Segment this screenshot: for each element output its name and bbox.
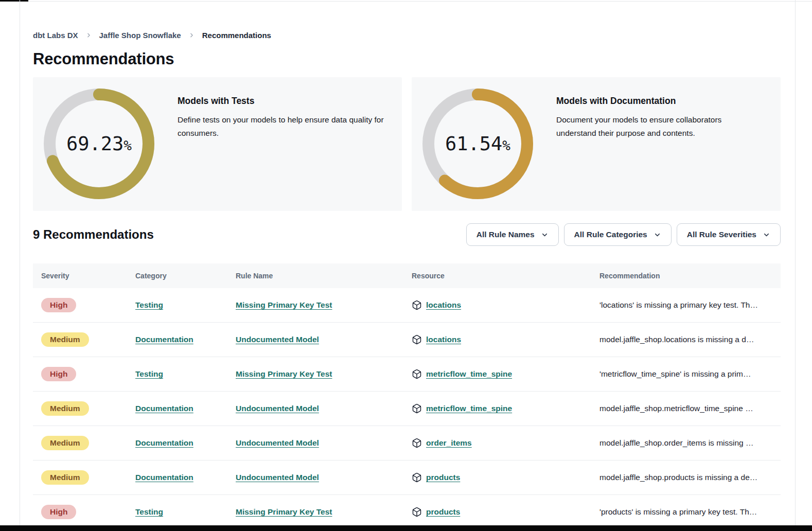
filter-all-rule-categories[interactable]: All Rule Categories (564, 223, 672, 246)
card-title: Models with Documentation (556, 96, 748, 107)
card-description: Document your models to ensure collabora… (556, 113, 748, 140)
rule-name-link[interactable]: Undocumented Model (236, 404, 319, 413)
chevron-down-icon (541, 231, 549, 239)
chevron-right-icon (85, 32, 92, 39)
category-link[interactable]: Documentation (135, 404, 193, 413)
recommendation-text: model.jaffle_shop.metricflow_time_spine … (591, 404, 781, 413)
recommendation-text: 'products' is missing a primary key test… (591, 507, 781, 517)
table-header-row: SeverityCategoryRule NameResourceRecomme… (33, 263, 781, 288)
model-cube-icon (412, 300, 422, 310)
breadcrumb-link-dbt-labs-dx[interactable]: dbt Labs DX (33, 31, 78, 40)
page-title: Recommendations (33, 50, 781, 68)
window-bottom-bar (0, 525, 812, 531)
filter-label: All Rule Names (476, 230, 535, 239)
rule-name-link[interactable]: Undocumented Model (236, 438, 319, 447)
category-link[interactable]: Testing (135, 300, 163, 309)
recommendations-table: SeverityCategoryRule NameResourceRecomme… (33, 263, 781, 529)
chevron-right-icon (188, 32, 195, 39)
donut-chart: 69.23% (44, 88, 154, 199)
table-row: MediumDocumentationUndocumented Modelord… (33, 426, 781, 461)
filter-all-rule-severities[interactable]: All Rule Severities (677, 223, 781, 246)
filter-all-rule-names[interactable]: All Rule Names (466, 223, 559, 246)
table-row: HighTestingMissing Primary Key Testlocat… (33, 288, 781, 323)
card-description: Define tests on your models to help ensu… (178, 113, 386, 140)
rule-name-link[interactable]: Undocumented Model (236, 473, 319, 482)
list-header: 9 Recommendations All Rule NamesAll Rule… (33, 223, 781, 246)
resource-link[interactable]: order_items (426, 438, 472, 448)
rule-name-link[interactable]: Missing Primary Key Test (236, 300, 332, 309)
resource-link[interactable]: metricflow_time_spine (426, 404, 512, 413)
column-header-resource: Resource (403, 272, 591, 280)
rule-name-link[interactable]: Missing Primary Key Test (236, 507, 332, 516)
recommendations-count: 9 Recommendations (33, 227, 154, 242)
table-row: HighTestingMissing Primary Key Testprodu… (33, 495, 781, 529)
recommendation-text: model.jaffle_shop.order_items is missing… (591, 438, 781, 448)
resource-link[interactable]: locations (426, 300, 461, 310)
table-row: MediumDocumentationUndocumented Modelpro… (33, 461, 781, 495)
donut-chart: 61.54% (422, 88, 533, 199)
model-cube-icon (412, 438, 422, 448)
metric-card-models-with-documentation: 61.54%Models with DocumentationDocument … (412, 77, 781, 211)
model-cube-icon (412, 507, 422, 517)
severity-badge: High (41, 505, 76, 519)
severity-badge: Medium (41, 470, 89, 485)
filter-bar: All Rule NamesAll Rule CategoriesAll Rul… (466, 223, 781, 246)
resource-link[interactable]: metricflow_time_spine (426, 369, 512, 379)
model-cube-icon (412, 369, 422, 379)
resource-link[interactable]: products (426, 473, 460, 482)
table-row: MediumDocumentationUndocumented Modelmet… (33, 392, 781, 426)
recommendation-text: 'metricflow_time_spine' is missing a pri… (591, 369, 781, 379)
column-header-rule-name: Rule Name (227, 272, 403, 280)
category-link[interactable]: Documentation (135, 473, 193, 482)
recommendation-text: model.jaffle_shop.products is missing a … (591, 473, 781, 482)
recommendations-page: dbt Labs DXJaffle Shop SnowflakeRecommen… (33, 0, 781, 529)
chevron-down-icon (654, 231, 661, 239)
donut-percentage: 69.23% (44, 88, 154, 199)
window-left-border (20, 0, 20, 531)
severity-badge: High (41, 367, 76, 381)
column-header-category: Category (127, 272, 227, 280)
filter-label: All Rule Severities (687, 230, 756, 239)
breadcrumb-link-recommendations[interactable]: Recommendations (202, 31, 271, 40)
category-link[interactable]: Testing (135, 507, 163, 516)
rule-name-link[interactable]: Undocumented Model (236, 335, 319, 344)
table-body: HighTestingMissing Primary Key Testlocat… (33, 288, 781, 529)
window-top-left-mark (0, 0, 28, 2)
resource-link[interactable]: locations (426, 335, 461, 344)
breadcrumb-link-jaffle-shop-snowflake[interactable]: Jaffle Shop Snowflake (99, 31, 181, 40)
model-cube-icon (412, 472, 422, 483)
metric-card-models-with-tests: 69.23%Models with TestsDefine tests on y… (33, 77, 402, 211)
category-link[interactable]: Documentation (135, 438, 193, 447)
resource-link[interactable]: products (426, 507, 460, 517)
severity-badge: High (41, 298, 76, 312)
category-link[interactable]: Documentation (135, 335, 193, 344)
column-header-recommendation: Recommendation (591, 272, 781, 280)
card-title: Models with Tests (178, 96, 386, 107)
filter-label: All Rule Categories (574, 230, 647, 239)
model-cube-icon (412, 334, 422, 345)
table-row: HighTestingMissing Primary Key Testmetri… (33, 357, 781, 392)
severity-badge: Medium (41, 401, 89, 416)
recommendation-text: 'locations' is missing a primary key tes… (591, 300, 781, 310)
table-row: MediumDocumentationUndocumented Modelloc… (33, 323, 781, 357)
category-link[interactable]: Testing (135, 369, 163, 378)
model-cube-icon (412, 403, 422, 414)
column-header-severity: Severity (33, 272, 127, 280)
severity-badge: Medium (41, 436, 89, 450)
window-right-border (795, 0, 796, 531)
chevron-down-icon (763, 231, 770, 239)
metric-cards: 69.23%Models with TestsDefine tests on y… (33, 77, 781, 211)
donut-percentage: 61.54% (422, 88, 533, 199)
rule-name-link[interactable]: Missing Primary Key Test (236, 369, 332, 378)
breadcrumb: dbt Labs DXJaffle Shop SnowflakeRecommen… (33, 31, 781, 40)
recommendation-text: model.jaffle_shop.locations is missing a… (591, 335, 781, 344)
severity-badge: Medium (41, 332, 89, 347)
